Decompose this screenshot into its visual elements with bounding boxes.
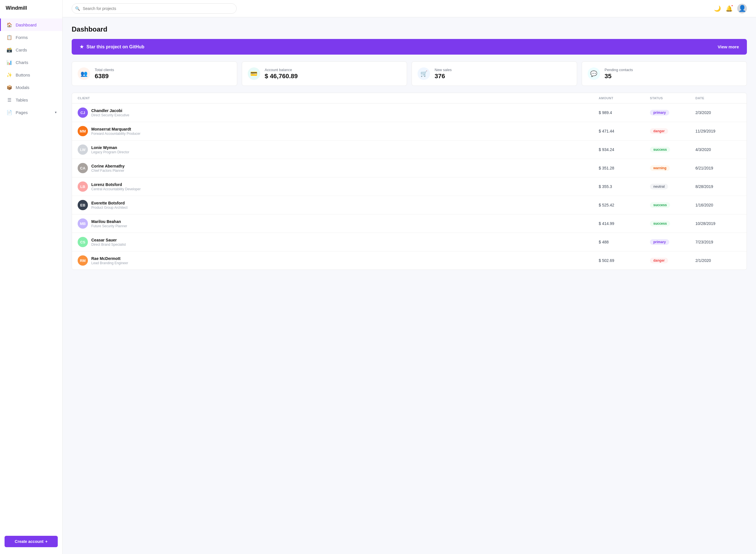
client-info: Rae McDermott Lead Branding Engineer bbox=[91, 256, 128, 265]
client-cell: RM Rae McDermott Lead Branding Engineer bbox=[78, 256, 599, 266]
amount-cell: $ 488 bbox=[599, 240, 650, 244]
table-row[interactable]: MB Marilou Beahan Future Security Planne… bbox=[72, 214, 747, 233]
forms-icon: 📋 bbox=[7, 35, 12, 40]
status-cell: success bbox=[650, 147, 695, 153]
status-cell: success bbox=[650, 221, 695, 226]
chevron-down-icon: ▾ bbox=[55, 110, 57, 114]
pending-contacts-icon: 💬 bbox=[588, 67, 600, 80]
app-logo: Windmill bbox=[0, 0, 62, 16]
create-account-label: Create account bbox=[15, 539, 44, 544]
client-info: Ceasar Sauer Direct Brand Specialist bbox=[91, 238, 126, 246]
sidebar-item-modals[interactable]: 📦 Modals bbox=[0, 81, 62, 94]
moon-icon: 🌙 bbox=[714, 5, 721, 12]
status-cell: neutral bbox=[650, 184, 695, 189]
client-avatar: EB bbox=[78, 200, 88, 210]
client-name: Rae McDermott bbox=[91, 256, 128, 261]
client-cell: LB Lorenz Botsford Central Accountabilit… bbox=[78, 181, 599, 192]
client-title: Central Accountability Developer bbox=[91, 187, 141, 191]
client-title: Direct Brand Specialist bbox=[91, 242, 126, 246]
status-cell: danger bbox=[650, 258, 695, 263]
create-account-button[interactable]: Create account + bbox=[5, 536, 58, 547]
status-badge: success bbox=[650, 221, 670, 226]
pending-contacts-info: Pending contacts 35 bbox=[605, 68, 633, 80]
stat-card-total-clients: 👥 Total clients 6389 bbox=[72, 61, 237, 86]
client-avatar: LB bbox=[78, 181, 88, 192]
status-cell: success bbox=[650, 202, 695, 208]
pending-contacts-label: Pending contacts bbox=[605, 68, 633, 72]
create-account-plus-icon: + bbox=[45, 539, 48, 544]
sidebar-item-forms[interactable]: 📋 Forms bbox=[0, 31, 62, 44]
account-balance-label: Account balance bbox=[265, 68, 298, 72]
sidebar-nav: 🏠 Dashboard 📋 Forms 🗃️ Cards 📊 Charts ✨ … bbox=[0, 16, 62, 531]
sidebar-item-pages[interactable]: 📄 Pages ▾ bbox=[0, 106, 62, 119]
date-cell: 11/29/2019 bbox=[695, 129, 741, 133]
client-cell: LW Lonie Wyman Legacy Program Director bbox=[78, 145, 599, 155]
banner-cta[interactable]: View more bbox=[718, 44, 739, 49]
client-name: Ceasar Sauer bbox=[91, 238, 126, 242]
sidebar-item-cards[interactable]: 🗃️ Cards bbox=[0, 44, 62, 56]
sidebar-bottom: Create account + bbox=[0, 531, 62, 554]
table-row[interactable]: LW Lonie Wyman Legacy Program Director $… bbox=[72, 141, 747, 159]
search-input[interactable] bbox=[72, 3, 237, 14]
client-title: Chief Factors Planner bbox=[91, 169, 124, 173]
table-row[interactable]: RM Rae McDermott Lead Branding Engineer … bbox=[72, 252, 747, 270]
table-row[interactable]: LB Lorenz Botsford Central Accountabilit… bbox=[72, 177, 747, 196]
amount-cell: $ 351.28 bbox=[599, 166, 650, 170]
sidebar-item-dashboard[interactable]: 🏠 Dashboard bbox=[0, 18, 62, 31]
status-cell: danger bbox=[650, 128, 695, 134]
client-cell: MB Marilou Beahan Future Security Planne… bbox=[78, 218, 599, 229]
status-badge: success bbox=[650, 147, 670, 153]
client-cell: CJ Chandler Jacobi Direct Security Execu… bbox=[78, 108, 599, 118]
page-content: Dashboard ★ Star this project on GitHub … bbox=[63, 17, 756, 554]
status-cell: primary bbox=[650, 239, 695, 245]
client-avatar: RM bbox=[78, 256, 88, 266]
client-avatar: CA bbox=[78, 163, 88, 173]
buttons-icon: ✨ bbox=[7, 72, 12, 78]
sidebar-item-buttons[interactable]: ✨ Buttons bbox=[0, 68, 62, 81]
account-balance-info: Account balance $ 46,760.89 bbox=[265, 68, 298, 80]
new-sales-value: 376 bbox=[435, 72, 452, 80]
client-info: Chandler Jacobi Direct Security Executiv… bbox=[91, 108, 129, 117]
status-badge: danger bbox=[650, 258, 668, 263]
sidebar: Windmill 🏠 Dashboard 📋 Forms 🗃️ Cards 📊 … bbox=[0, 0, 63, 554]
user-avatar[interactable]: 👤 bbox=[737, 4, 747, 13]
clients-table: CLIENTAMOUNTSTATUSDATE CJ Chandler Jacob… bbox=[72, 93, 747, 270]
header-actions: 🌙 🔔 👤 bbox=[714, 4, 747, 13]
dark-mode-button[interactable]: 🌙 bbox=[714, 5, 721, 12]
account-balance-icon: 💳 bbox=[248, 67, 260, 80]
new-sales-info: New sales 376 bbox=[435, 68, 452, 80]
status-cell: primary bbox=[650, 110, 695, 115]
date-cell: 2/3/2020 bbox=[695, 110, 741, 115]
client-info: Corine Abernathy Chief Factors Planner bbox=[91, 164, 124, 173]
status-badge: primary bbox=[650, 110, 669, 115]
status-badge: danger bbox=[650, 128, 668, 134]
date-cell: 7/23/2019 bbox=[695, 240, 741, 244]
client-info: Marilou Beahan Future Security Planner bbox=[91, 219, 127, 228]
client-info: Lorenz Botsford Central Accountability D… bbox=[91, 182, 141, 191]
sidebar-item-tables[interactable]: ☰ Tables bbox=[0, 94, 62, 106]
col-header-date: DATE bbox=[695, 96, 741, 100]
amount-cell: $ 471.44 bbox=[599, 129, 650, 133]
amount-cell: $ 502.69 bbox=[599, 258, 650, 263]
notifications-button[interactable]: 🔔 bbox=[725, 5, 733, 12]
client-avatar: CS bbox=[78, 237, 88, 247]
sidebar-item-label: Pages bbox=[16, 110, 28, 115]
table-row[interactable]: CJ Chandler Jacobi Direct Security Execu… bbox=[72, 104, 747, 122]
cards-icon: 🗃️ bbox=[7, 47, 12, 53]
client-title: Forward Accountability Producer bbox=[91, 132, 141, 136]
github-banner: ★ Star this project on GitHub View more bbox=[72, 39, 747, 55]
table-row[interactable]: EB Everette Botsford Product Group Archi… bbox=[72, 196, 747, 214]
pending-contacts-value: 35 bbox=[605, 72, 633, 80]
sidebar-item-charts[interactable]: 📊 Charts bbox=[0, 56, 62, 68]
date-cell: 6/21/2019 bbox=[695, 166, 741, 170]
date-cell: 4/3/2020 bbox=[695, 147, 741, 152]
table-row[interactable]: CS Ceasar Sauer Direct Brand Specialist … bbox=[72, 233, 747, 252]
client-info: Monserrat Marquardt Forward Accountabili… bbox=[91, 127, 141, 136]
table-row[interactable]: CA Corine Abernathy Chief Factors Planne… bbox=[72, 159, 747, 177]
col-header-status: STATUS bbox=[650, 96, 695, 100]
client-cell: EB Everette Botsford Product Group Archi… bbox=[78, 200, 599, 210]
header: 🔍 🌙 🔔 👤 bbox=[63, 0, 756, 17]
table-row[interactable]: MM Monserrat Marquardt Forward Accountab… bbox=[72, 122, 747, 141]
charts-icon: 📊 bbox=[7, 59, 12, 65]
new-sales-label: New sales bbox=[435, 68, 452, 72]
